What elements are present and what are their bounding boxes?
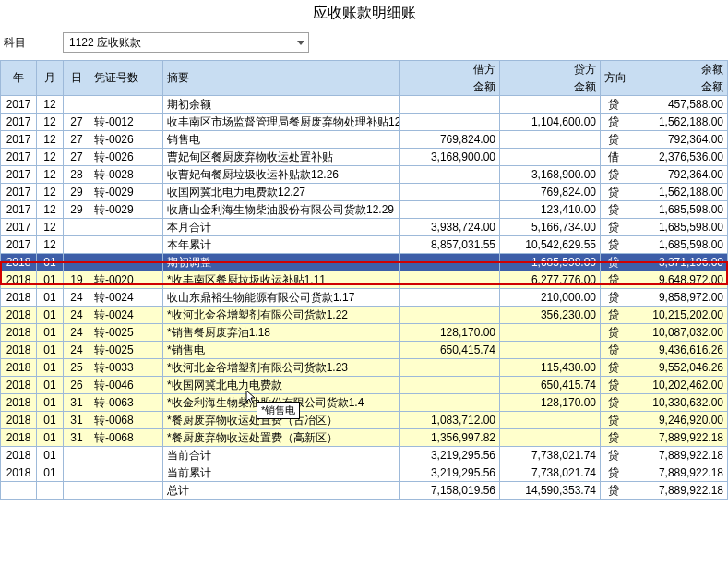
cell-v: 转-0068	[90, 429, 163, 447]
table-row[interactable]: 20180131转-0063*收金利海生物柴油股份有限公司货款1.4128,17…	[1, 394, 728, 412]
cell-s: 曹妃甸区餐厨废弃物收运处置补贴	[163, 149, 400, 166]
cell-m: 12	[37, 131, 64, 149]
table-row[interactable]: 201712本月合计3,938,724.005,166,734.00贷1,685…	[1, 219, 728, 236]
cell-d	[64, 96, 90, 114]
table-row[interactable]: 总计7,158,019.5614,590,353.74贷7,889,922.18	[1, 482, 728, 500]
table-row[interactable]: 20171227转-0012收丰南区市场监督管理局餐厨废弃物处理补贴12.251…	[1, 114, 728, 131]
col-month[interactable]: 月	[37, 61, 64, 96]
table-row[interactable]: 20180131转-0068*餐厨废弃物收运处置费（古冶区）1,083,712.…	[1, 412, 728, 429]
cell-cr: 5,166,734.00	[500, 219, 601, 236]
table-row[interactable]: 20180124转-0024收山东鼎裕生物能源有限公司货款1.17210,000…	[1, 289, 728, 307]
ledger-table[interactable]: 年 月 日 凭证号数 摘要 借方 贷方 方向 余额 金额 金额 金额 20171…	[0, 60, 728, 500]
account-dropdown[interactable]: 1122 应收账款	[63, 32, 309, 53]
cell-s: 期初余额	[163, 96, 400, 114]
col-balance-amount[interactable]: 金额	[627, 78, 728, 96]
cell-dir: 借	[601, 149, 627, 166]
cell-d: 19	[64, 271, 90, 289]
table-row[interactable]: 201712本年累计8,857,031.5510,542,629.55贷1,68…	[1, 236, 728, 254]
cell-cr	[500, 149, 601, 166]
cell-v: 转-0025	[90, 342, 163, 359]
table-row[interactable]: 20180124转-0024*收河北金谷增塑剂有限公司货款1.22356,230…	[1, 307, 728, 324]
col-voucher[interactable]: 凭证号数	[90, 61, 163, 96]
cell-cr	[500, 412, 601, 429]
cell-m: 12	[37, 96, 64, 114]
cell-dir: 贷	[601, 447, 627, 464]
cell-bal: 7,889,922.18	[627, 447, 728, 464]
table-row[interactable]: 20171227转-0026销售电769,824.00贷792,364.00	[1, 131, 728, 149]
col-debit-amount[interactable]: 金额	[400, 78, 500, 96]
cell-cr: 7,738,021.74	[500, 447, 601, 464]
table-row[interactable]: 20171227转-0026曹妃甸区餐厨废弃物收运处置补贴3,168,900.0…	[1, 149, 728, 166]
cell-d: 26	[64, 377, 90, 394]
cell-s: 收山东鼎裕生物能源有限公司货款1.17	[163, 289, 400, 307]
cell-v	[90, 464, 163, 482]
cell-dir: 贷	[601, 184, 627, 201]
cell-db: 1,083,712.00	[400, 412, 500, 429]
cell-s: *销售餐厨废弃油1.18	[163, 324, 400, 342]
cell-db: 7,158,019.56	[400, 482, 500, 500]
table-row[interactable]: 201801当前合计3,219,295.567,738,021.74贷7,889…	[1, 447, 728, 464]
cell-bal: 1,562,188.00	[627, 184, 728, 201]
cell-d: 24	[64, 342, 90, 359]
cell-bal: 9,648,972.00	[627, 271, 728, 289]
cell-y: 2018	[1, 429, 37, 447]
table-row[interactable]: 20180124转-0025*销售餐厨废弃油1.18128,170.00贷10,…	[1, 324, 728, 342]
table-row[interactable]: 20171229转-0029收唐山金利海生物柴油股份有限公司货款12.29123…	[1, 201, 728, 219]
cell-s: 收唐山金利海生物柴油股份有限公司货款12.29	[163, 201, 400, 219]
col-balance[interactable]: 余额	[627, 61, 728, 78]
cell-dir: 贷	[601, 271, 627, 289]
cell-bal: 457,588.00	[627, 96, 728, 114]
table-row[interactable]: 20171229转-0029收国网冀北电力电费款12.27769,824.00贷…	[1, 184, 728, 201]
cell-m: 01	[37, 447, 64, 464]
account-dropdown-value: 1122 应收账款	[69, 35, 141, 51]
cell-cr: 115,430.00	[500, 359, 601, 377]
cell-m: 12	[37, 114, 64, 131]
table-row[interactable]: 20180125转-0033*收河北金谷增塑剂有限公司货款1.23115,430…	[1, 359, 728, 377]
col-credit[interactable]: 贷方	[500, 61, 601, 78]
col-day[interactable]: 日	[64, 61, 90, 96]
cell-v: 转-0026	[90, 149, 163, 166]
table-row[interactable]: 20180124转-0025*销售电650,415.74贷9,436,616.2…	[1, 342, 728, 359]
table-row[interactable]: 20180119转-0020*收丰南区餐厨垃圾收运补贴1.116,277,776…	[1, 271, 728, 289]
col-year[interactable]: 年	[1, 61, 37, 96]
col-debit[interactable]: 借方	[400, 61, 500, 78]
table-row[interactable]: 20180131转-0068*餐厨废弃物收运处置费（高新区）1,356,997.…	[1, 429, 728, 447]
table-row[interactable]: 201801期初调整1,685,598.00贷3,371,196.00	[1, 254, 728, 271]
cell-db	[400, 359, 500, 377]
cell-v: 转-0020	[90, 271, 163, 289]
cell-dir: 贷	[601, 236, 627, 254]
col-credit-amount[interactable]: 金额	[500, 78, 601, 96]
cell-db: 3,219,295.56	[400, 447, 500, 464]
cell-bal: 2,376,536.00	[627, 149, 728, 166]
table-row[interactable]: 201801当前累计3,219,295.567,738,021.74贷7,889…	[1, 464, 728, 482]
col-dir[interactable]: 方向	[601, 61, 627, 96]
cell-y: 2018	[1, 342, 37, 359]
cell-v	[90, 236, 163, 254]
cell-m: 01	[37, 271, 64, 289]
cell-m: 12	[37, 149, 64, 166]
cell-db	[400, 289, 500, 307]
cell-bal: 792,364.00	[627, 166, 728, 184]
table-row[interactable]: 201712期初余额贷457,588.00	[1, 96, 728, 114]
cell-bal: 1,685,598.00	[627, 201, 728, 219]
cell-y: 2018	[1, 464, 37, 482]
table-row[interactable]: 20180126转-0046*收国网冀北电力电费款650,415.74贷10,2…	[1, 377, 728, 394]
cell-s: *餐厨废弃物收运处置费（高新区）	[163, 429, 400, 447]
filter-row: 科目 1122 应收账款	[0, 32, 728, 53]
cell-d: 24	[64, 324, 90, 342]
cell-dir: 贷	[601, 201, 627, 219]
cell-s: *收国网冀北电力电费款	[163, 377, 400, 394]
cell-d	[64, 447, 90, 464]
cell-m	[37, 482, 64, 500]
cell-d: 28	[64, 166, 90, 184]
cell-v	[90, 219, 163, 236]
cell-s: 期初调整	[163, 254, 400, 271]
cell-bal: 9,858,972.00	[627, 289, 728, 307]
cell-cr	[500, 131, 601, 149]
col-summary[interactable]: 摘要	[163, 61, 400, 96]
cell-s: 本年累计	[163, 236, 400, 254]
table-row[interactable]: 20171228转-0028收曹妃甸餐厨垃圾收运补贴款12.263,168,90…	[1, 166, 728, 184]
cell-db	[400, 201, 500, 219]
cell-dir: 贷	[601, 166, 627, 184]
cell-bal: 1,685,598.00	[627, 236, 728, 254]
